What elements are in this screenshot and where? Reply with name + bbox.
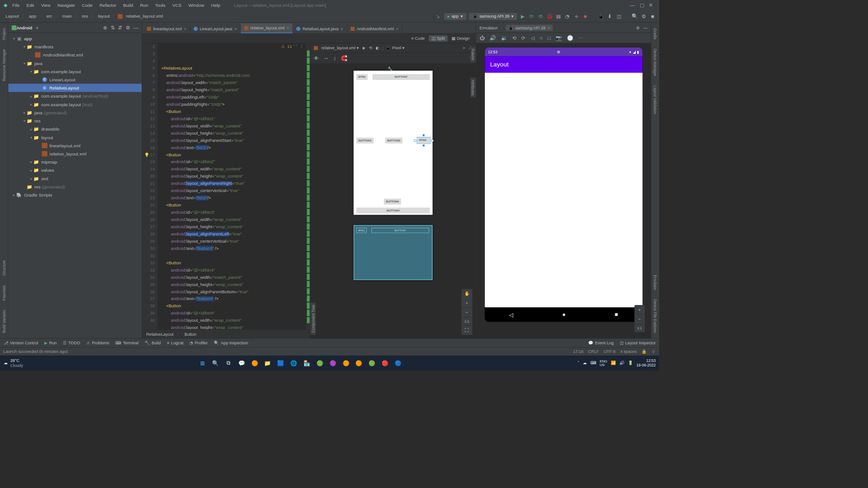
settings-button[interactable]: ⚙	[641, 13, 647, 19]
bp-btn7[interactable]: BUTTON7	[372, 228, 429, 233]
tree-manifests[interactable]: ▾📁manifests	[8, 42, 142, 51]
tree-java-generated[interactable]: ▸📁java(generated)	[8, 108, 142, 117]
device-preview-light[interactable]: BTN1 BUTTON7 BUTTON3 BUTTON3 BTN2	[354, 70, 433, 215]
emu-power-icon[interactable]: ⏻	[480, 35, 485, 41]
crumb-4[interactable]: res	[80, 13, 90, 19]
tree-manifest-file[interactable]: AndroidManifest.xml	[8, 51, 142, 59]
tree-res-generated[interactable]: 📁res(generated)	[8, 183, 142, 191]
palette-tab[interactable]: Palette	[470, 47, 476, 62]
code-content[interactable]: ⚠ 11 ˆ ˇ ⋮ <RelativeLayout xmlns:android…	[158, 43, 306, 329]
view-mode-code[interactable]: ≡ Code	[408, 35, 427, 42]
taskbar-app[interactable]: 🔵	[393, 358, 403, 368]
menu-run[interactable]: Run	[137, 1, 151, 9]
run-config-selector[interactable]: ▸app▾	[444, 13, 466, 19]
preview-btn3b[interactable]: BUTTON3	[385, 138, 402, 144]
preview-btn3a[interactable]: BUTTON3	[356, 138, 373, 144]
menu-navigate[interactable]: Navigate	[54, 1, 78, 9]
tree-xml-dir[interactable]: ▸📁xml	[8, 174, 142, 183]
tree-gradle-scripts[interactable]: ▸🐘Gradle Scripts	[8, 191, 142, 199]
btab-terminal[interactable]: ⌨ Terminal	[115, 341, 138, 346]
avd-manager-button[interactable]: 📱	[598, 13, 604, 19]
left-tab-resource-manager[interactable]: Resource Manager	[1, 47, 7, 83]
tab-linearlayout-java[interactable]: LinearLayout.java×	[190, 24, 241, 33]
right-tab-layout-validation[interactable]: Layout Validation	[652, 84, 658, 117]
view-mode-split[interactable]: ◫ Split	[429, 35, 448, 42]
menu-code[interactable]: Code	[79, 1, 96, 9]
tree-pkg-main[interactable]: ▾📁com.example.layout	[8, 67, 142, 75]
orientation-icon[interactable]: ⟲	[369, 46, 373, 51]
device-preview-selector[interactable]: 📱 Pixel ▾	[382, 46, 405, 51]
emu-back-icon[interactable]: ◁	[531, 35, 535, 41]
left-tab-project[interactable]: Project	[1, 26, 7, 42]
zoom-to-fit-icon[interactable]: 1:1	[462, 317, 472, 325]
night-mode-icon[interactable]: ◐	[376, 46, 379, 51]
tab-linearlayout-xml[interactable]: linearlayout.xml×	[143, 24, 190, 33]
close-tab-icon[interactable]: ×	[396, 26, 399, 31]
taskbar-app[interactable]: 🟢	[315, 358, 325, 368]
tray-clock[interactable]: 12:5319-06-2022	[637, 358, 656, 367]
design-surface-options-icon[interactable]: ◈	[362, 46, 365, 51]
design-file-selector[interactable]: relative_layout.xml ▾	[321, 46, 359, 51]
expand-all-icon[interactable]: ⇅	[111, 25, 115, 30]
crumb-0[interactable]: Layout	[4, 13, 21, 19]
crumb-2[interactable]: src	[44, 13, 54, 19]
sync-gradle-icon[interactable]: ↘	[435, 13, 442, 19]
emu-snapshot-icon[interactable]: 🕘	[567, 35, 573, 41]
tab-relativelayout-java[interactable]: RelativeLayout.java×	[293, 24, 347, 33]
nav-home-icon[interactable]: ●	[562, 312, 566, 318]
code-editor[interactable]: 234567891011121314151617💡181920212223242…	[142, 43, 310, 338]
emu-home-icon[interactable]: ○	[540, 35, 543, 41]
design-preview-canvas[interactable]: 🔧 BTN1 BUTTON7 BUTTON3 BUTTON3 BTN2	[310, 64, 476, 338]
device-preview-blueprint[interactable]: BTN1 BUTTON7	[354, 225, 433, 280]
pan-icon[interactable]: ↔	[324, 55, 329, 61]
preview-btn6[interactable]: BUTTON6	[384, 199, 401, 205]
debug-button[interactable]: 🐞	[547, 13, 553, 19]
inspection-summary[interactable]: ⚠ 11 ˆ ˇ ⋮	[281, 43, 304, 51]
project-settings-icon[interactable]: ⚙	[126, 25, 130, 30]
right-tab-device-manager[interactable]: Device Manager	[652, 47, 658, 78]
tree-res[interactable]: ▾📁res	[8, 117, 142, 125]
btab-problems[interactable]: ⚠ Problems	[86, 341, 109, 346]
tray-volume-icon[interactable]: 🔊	[619, 361, 624, 366]
emulator-hide-icon[interactable]: —	[643, 25, 647, 30]
taskbar-app[interactable]: 🔴	[380, 358, 390, 368]
tab-relative-layout-xml[interactable]: relative_layout.xml×	[241, 23, 293, 33]
tree-relativelayout-class[interactable]: CRelativeLayout	[8, 84, 142, 92]
tree-pkg-androidtest[interactable]: ▸📁com.example.layout(androidTest)	[8, 92, 142, 100]
close-tab-icon[interactable]: ×	[184, 26, 187, 31]
taskbar-search[interactable]: 🔍	[211, 358, 220, 368]
emu-extended-controls-icon[interactable]: ⋯	[578, 35, 583, 41]
tree-values[interactable]: ▸📁values	[8, 166, 142, 174]
status-indent[interactable]: 4 spaces	[620, 349, 637, 354]
apply-code-changes-button[interactable]: ⟲	[538, 13, 544, 19]
tray-battery-icon[interactable]: 🔋	[628, 361, 633, 366]
editor-breadcrumb[interactable]: RelativeLayout〉Button	[142, 329, 310, 338]
nav-back-icon[interactable]: ◁	[509, 311, 513, 318]
left-tab-structure[interactable]: Structure	[1, 258, 7, 278]
emulator-screen[interactable]: 12:53 ⚙ ▾◢▮ Layout ◁ ● ■	[485, 47, 642, 322]
pan-vertical-icon[interactable]: ↕	[334, 55, 336, 61]
zoom-out-icon[interactable]: −	[462, 308, 472, 317]
start-button[interactable]: ⊞	[198, 358, 207, 368]
notifications-button[interactable]: ■	[650, 13, 656, 19]
zoom-reset-icon[interactable]: ⛶	[462, 326, 472, 335]
tray-keyboard-icon[interactable]: ⌨	[590, 361, 596, 366]
selection-handle[interactable]	[422, 134, 425, 136]
sdk-manager-button[interactable]: ⬇	[607, 13, 613, 19]
tree-linearlayout-xml[interactable]: linearlayout.xml	[8, 141, 142, 150]
tab-androidmanifest-xml[interactable]: AndroidManifest.xml×	[347, 24, 402, 33]
taskbar-app[interactable]: 🌐	[289, 358, 298, 368]
crumb-6[interactable]: relative_layout.xml	[124, 13, 165, 19]
emu-volume-up-icon[interactable]: 🔊	[490, 35, 496, 41]
taskbar-app[interactable]: 💬	[237, 358, 246, 368]
tree-java[interactable]: ▾📁java	[8, 59, 142, 67]
profile-button[interactable]: ◔	[564, 13, 571, 19]
btab-app-inspection[interactable]: 🔍 App Inspection	[214, 341, 248, 346]
emu-rotate-left-icon[interactable]: ⟲	[512, 35, 517, 41]
preview-btn1[interactable]: BTN1	[356, 74, 368, 80]
emulator-device-tab[interactable]: 📱 samsung API 28 ×	[505, 24, 552, 31]
close-tab-icon[interactable]: ×	[234, 26, 237, 31]
win-maximize[interactable]: ▢	[640, 2, 644, 8]
error-stripe[interactable]	[306, 43, 310, 329]
emu-screenshot-icon[interactable]: 📷	[556, 35, 562, 41]
